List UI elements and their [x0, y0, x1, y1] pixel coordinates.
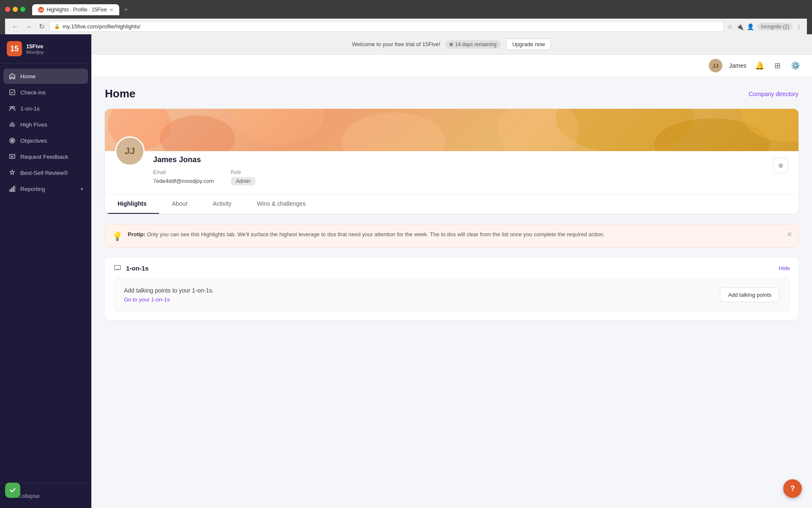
1on1s-icon	[8, 105, 16, 112]
svg-rect-8	[14, 186, 15, 191]
new-tab-button[interactable]: +	[120, 3, 132, 15]
tab-about[interactable]: About	[159, 194, 200, 214]
protip-banner: 💡 Protip: Only you can see this Highligh…	[105, 224, 798, 248]
home-icon	[8, 72, 16, 80]
sidebar-item-label-1on1s: 1-on-1s	[20, 105, 40, 112]
tab-activity[interactable]: Activity	[200, 194, 244, 214]
extension-icon[interactable]: 🔌	[736, 23, 743, 30]
sidebar-item-objectives[interactable]: Objectives	[3, 133, 88, 148]
browser-chrome: 15 Highlights · Profile · 15Five ✕ + ← →…	[0, 0, 812, 34]
sidebar-item-check-ins[interactable]: Check-ins	[3, 85, 88, 100]
browser-menu-icon[interactable]: ⋮	[796, 23, 802, 30]
tab-close-btn[interactable]: ✕	[110, 7, 113, 13]
page-body: Home Company directory	[91, 77, 812, 508]
add-talking-points-text: Add talking points to your 1-on-1s.	[124, 287, 214, 294]
go-to-1on1s-link[interactable]: Go to your 1-on-1s	[124, 296, 214, 303]
one-on-ones-section: 1-on-1s Hide Add talking points to your …	[105, 258, 798, 320]
maximize-traffic-light[interactable]	[20, 7, 25, 12]
profile-details: James Jonas Email 7ede4ddf@moodjoy.com R…	[153, 151, 788, 185]
sidebar-item-label-reporting: Reporting	[20, 186, 45, 192]
app-header: JJ James 🔔 ⊞ ⚙️	[91, 55, 812, 77]
navigation-bar: ← → ↻ 🔒 my.15five.com/profile/highlights…	[5, 19, 807, 34]
hide-section-link[interactable]: Hide	[779, 265, 790, 271]
section-title: 1-on-1s	[113, 264, 148, 272]
url-text: my.15five.com/profile/highlights/	[63, 23, 140, 30]
close-traffic-light[interactable]	[5, 7, 10, 12]
tab-title: Highlights · Profile · 15Five	[47, 7, 107, 13]
sidebar-nav: Home Check-ins	[0, 64, 91, 483]
minimize-traffic-light[interactable]	[13, 7, 18, 12]
sidebar-item-label-home: Home	[20, 73, 36, 80]
lightbulb-icon: 💡	[112, 231, 123, 241]
profile-settings-button[interactable]: ⚙	[773, 158, 788, 173]
upgrade-button[interactable]: Upgrade now	[506, 39, 551, 50]
app-layout: 15 15Five Moodjoy Home	[0, 34, 812, 508]
trial-badge-dot	[450, 43, 453, 46]
email-value: 7ede4ddf@moodjoy.com	[153, 178, 214, 184]
banner-decoration-svg	[105, 109, 798, 151]
sidebar-item-label-requestfeedback: Request Feedback	[20, 154, 68, 160]
profile-name: James Jonas	[153, 155, 788, 164]
profile-avatar: JJ	[115, 136, 145, 166]
request-feedback-icon	[8, 153, 16, 160]
svg-rect-6	[10, 190, 11, 191]
active-tab[interactable]: 15 Highlights · Profile · 15Five ✕	[32, 4, 119, 15]
section-body: Add talking points to your 1-on-1s. Go t…	[105, 278, 798, 320]
trial-banner-text: Welcome to your free trial of 15Five!	[352, 41, 441, 47]
sidebar-user-name: Moodjoy	[26, 50, 44, 55]
add-talking-points-button[interactable]: Add talking points	[720, 287, 779, 302]
sidebar-logo: 15	[7, 41, 22, 56]
sidebar-header: 15 15Five Moodjoy	[0, 34, 91, 64]
reload-button[interactable]: ↻	[37, 22, 46, 31]
bookmarks-icon[interactable]: ☆	[727, 23, 733, 30]
grid-icon[interactable]: ⊞	[773, 59, 782, 72]
section-title-text: 1-on-1s	[126, 265, 148, 272]
protip-prefix: Protip:	[128, 231, 145, 237]
support-button[interactable]: ?	[783, 479, 802, 498]
profile-info: JJ James Jonas Email 7ede4ddf@moodjoy.co…	[105, 151, 798, 194]
tab-bar: 15 Highlights · Profile · 15Five ✕ +	[32, 3, 132, 15]
protip-close-button[interactable]: ✕	[787, 230, 792, 238]
address-bar[interactable]: 🔒 my.15five.com/profile/highlights/	[49, 21, 724, 32]
svg-rect-7	[12, 188, 13, 191]
notifications-bell-icon[interactable]: 🔔	[753, 59, 766, 72]
todo-button[interactable]	[5, 483, 20, 498]
sidebar: 15 15Five Moodjoy Home	[0, 34, 91, 508]
sidebar-item-1on1s[interactable]: 1-on-1s	[3, 101, 88, 116]
sidebar-item-request-feedback[interactable]: Request Feedback	[3, 149, 88, 164]
section-header: 1-on-1s Hide	[105, 258, 798, 278]
page-title-row: Home Company directory	[105, 87, 798, 100]
sidebar-item-home[interactable]: Home	[3, 69, 88, 84]
company-directory-link[interactable]: Company directory	[749, 91, 799, 97]
sidebar-item-best-self-review[interactable]: Best-Self Review®	[3, 165, 88, 180]
protip-text: Protip: Only you can see this Highlights…	[128, 230, 605, 239]
settings-gear-icon[interactable]: ⚙️	[789, 59, 802, 72]
ssl-lock-icon: 🔒	[54, 24, 60, 29]
back-button[interactable]: ←	[10, 22, 20, 31]
chat-bubbles-icon	[113, 264, 122, 272]
objectives-icon	[8, 137, 16, 144]
high-fives-icon	[8, 121, 16, 128]
profile-card: JJ James Jonas Email 7ede4ddf@moodjoy.co…	[105, 109, 798, 214]
collapse-label: Collapse	[17, 493, 40, 499]
browser-nav-actions: ☆ 🔌 👤 Incognito (2) ⋮	[727, 23, 802, 30]
tab-highlights[interactable]: Highlights	[105, 194, 159, 214]
sidebar-item-label-checkins: Check-ins	[20, 89, 46, 96]
svg-point-2	[13, 107, 15, 109]
browser-top: 15 Highlights · Profile · 15Five ✕ +	[5, 3, 807, 15]
profile-manager-icon[interactable]: 👤	[747, 23, 754, 30]
trial-days-label: 14 days remaining	[455, 41, 497, 47]
sidebar-item-high-fives[interactable]: High Fives	[3, 117, 88, 132]
profile-settings-gear-icon: ⚙	[778, 163, 783, 169]
sidebar-company-info: 15Five Moodjoy	[26, 43, 44, 55]
trial-banner: Welcome to your free trial of 15Five! 14…	[91, 34, 812, 55]
check-icon	[9, 486, 16, 494]
role-badge: Admin	[231, 177, 255, 185]
role-label: Role	[231, 169, 255, 175]
check-ins-icon	[8, 88, 16, 96]
incognito-badge: Incognito (2)	[757, 23, 793, 30]
forward-button[interactable]: →	[24, 22, 34, 31]
tab-wins-challenges[interactable]: Wins & challenges	[244, 194, 318, 214]
profile-email-field: Email 7ede4ddf@moodjoy.com	[153, 169, 214, 185]
sidebar-item-reporting[interactable]: Reporting ▾	[3, 181, 88, 196]
